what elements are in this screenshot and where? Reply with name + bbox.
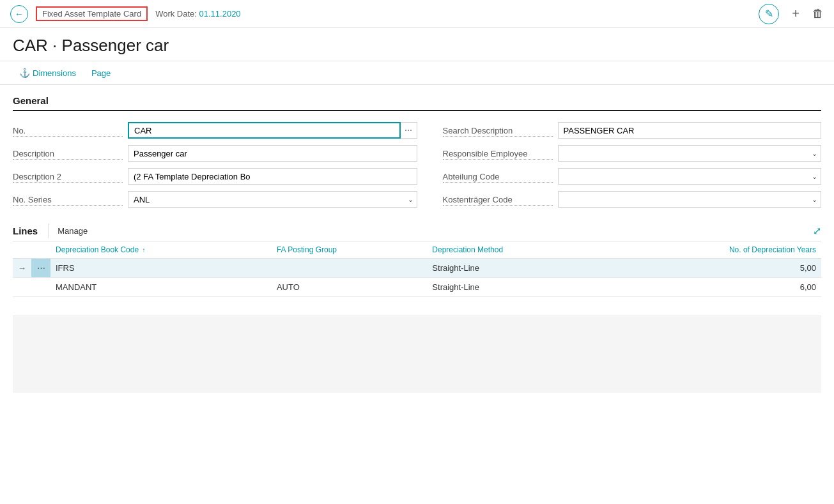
lines-expand-button[interactable]: ⤢	[813, 225, 821, 237]
description-field-row: Description	[13, 142, 417, 165]
kostentraeger-code-select-wrapper: ⌄	[558, 191, 822, 208]
no-ellipsis-button[interactable]: ⋯	[401, 122, 417, 139]
abteilung-code-field-row: Abteilung Code ⌄	[443, 165, 822, 188]
page-title: CAR · Passenger car	[0, 28, 834, 61]
delete-button[interactable]: 🗑	[812, 7, 824, 20]
no-series-field-row: No. Series ANL ⌄	[13, 188, 417, 211]
description-input[interactable]	[128, 145, 417, 162]
form-left-col: No. ⋯ Description Description 2 No. Seri…	[13, 119, 417, 211]
col-no-of-depreciation-years: No. of Depreciation Years	[606, 241, 821, 259]
description2-label: Description 2	[13, 172, 128, 181]
row-dots	[31, 278, 50, 297]
no-input-group: ⋯	[128, 122, 417, 139]
col-dots	[31, 241, 50, 259]
lines-manage-tab[interactable]: Manage	[48, 224, 97, 238]
row-depreciation-method: Straight-Line	[427, 278, 606, 297]
lines-title: Lines	[13, 225, 48, 236]
col-depreciation-method: Depreciation Method	[427, 241, 606, 259]
row-dots[interactable]: ⋯	[31, 259, 50, 278]
table-row[interactable]: MANDANT AUTO Straight-Line 6,00	[13, 278, 821, 297]
no-label: No.	[13, 126, 128, 135]
kostentraeger-code-field-row: Kostenträger Code ⌄	[443, 188, 822, 211]
row-depreciation-method: Straight-Line	[427, 259, 606, 278]
kostentraeger-code-label: Kostenträger Code	[443, 195, 558, 204]
page-menu-item[interactable]: Page	[85, 66, 117, 80]
header-bar: ← Fixed Asset Template Card Work Date: 0…	[0, 0, 834, 28]
col-depreciation-book-code: Depreciation Book Code ↑	[50, 241, 272, 259]
back-icon: ←	[15, 9, 24, 19]
col-arrow	[13, 241, 31, 259]
ellipsis-icon: ⋯	[405, 126, 412, 135]
table-row[interactable]: → ⋯ IFRS Straight-Line 5,00	[13, 259, 821, 278]
row-no-of-depreciation-years: 6,00	[606, 278, 821, 297]
general-form: No. ⋯ Description Description 2 No. Seri…	[13, 119, 821, 211]
responsible-emp-label: Responsible Employee	[443, 149, 558, 158]
empty-rows-area	[13, 316, 821, 393]
dimensions-icon: ⚓	[19, 68, 30, 78]
kostentraeger-code-select[interactable]	[558, 191, 822, 208]
dimensions-menu-item[interactable]: ⚓ Dimensions	[13, 65, 82, 80]
lines-header: Lines Manage ⤢	[13, 224, 821, 241]
action-menu: ⚓ Dimensions Page	[0, 61, 834, 85]
row-depreciation-book-code: MANDANT	[50, 278, 272, 297]
row-no-of-depreciation-years: 5,00	[606, 259, 821, 278]
table-row-empty	[13, 297, 821, 316]
search-desc-input[interactable]	[558, 122, 822, 139]
edit-button[interactable]: ✎	[759, 4, 779, 24]
lines-section: Lines Manage ⤢ Depreciation Book Code ↑ …	[13, 224, 821, 393]
no-input[interactable]	[128, 122, 401, 139]
add-icon: +	[792, 6, 799, 21]
lines-table: Depreciation Book Code ↑ FA Posting Grou…	[13, 241, 821, 316]
description2-field-row: Description 2	[13, 165, 417, 188]
expand-icon: ⤢	[813, 225, 821, 236]
content-area: General No. ⋯ Description Description 2	[0, 85, 834, 403]
row-fa-posting-group: AUTO	[272, 278, 427, 297]
responsible-emp-select[interactable]	[558, 145, 822, 162]
row-arrow	[13, 278, 31, 297]
description-label: Description	[13, 149, 128, 158]
no-series-select-wrapper: ANL ⌄	[128, 191, 417, 208]
responsible-emp-field-row: Responsible Employee ⌄	[443, 142, 822, 165]
no-series-select[interactable]: ANL	[128, 191, 417, 208]
no-series-label: No. Series	[13, 195, 128, 204]
row-fa-posting-group	[272, 259, 427, 278]
delete-icon: 🗑	[812, 7, 824, 20]
no-field-row: No. ⋯	[13, 119, 417, 142]
sort-asc-icon: ↑	[142, 247, 145, 254]
abteilung-code-select-wrapper: ⌄	[558, 168, 822, 185]
row-depreciation-book-code: IFRS	[50, 259, 272, 278]
search-desc-label: Search Description	[443, 126, 558, 135]
search-desc-field-row: Search Description	[443, 119, 822, 142]
col-fa-posting-group: FA Posting Group	[272, 241, 427, 259]
row-arrow: →	[13, 259, 31, 278]
edit-icon: ✎	[765, 8, 773, 20]
header-actions: ✎ + 🗑	[759, 4, 824, 24]
description2-input[interactable]	[128, 168, 417, 185]
abteilung-code-select[interactable]	[558, 168, 822, 185]
general-section-header: General	[13, 95, 821, 111]
responsible-emp-select-wrapper: ⌄	[558, 145, 822, 162]
abteilung-code-label: Abteilung Code	[443, 172, 558, 181]
lines-table-header: Depreciation Book Code ↑ FA Posting Grou…	[13, 241, 821, 259]
add-button[interactable]: +	[792, 6, 799, 21]
back-button[interactable]: ←	[10, 5, 28, 23]
work-date: Work Date: 01.11.2020	[155, 9, 240, 19]
form-right-col: Search Description Responsible Employee …	[417, 119, 822, 211]
breadcrumb-title[interactable]: Fixed Asset Template Card	[36, 6, 148, 21]
